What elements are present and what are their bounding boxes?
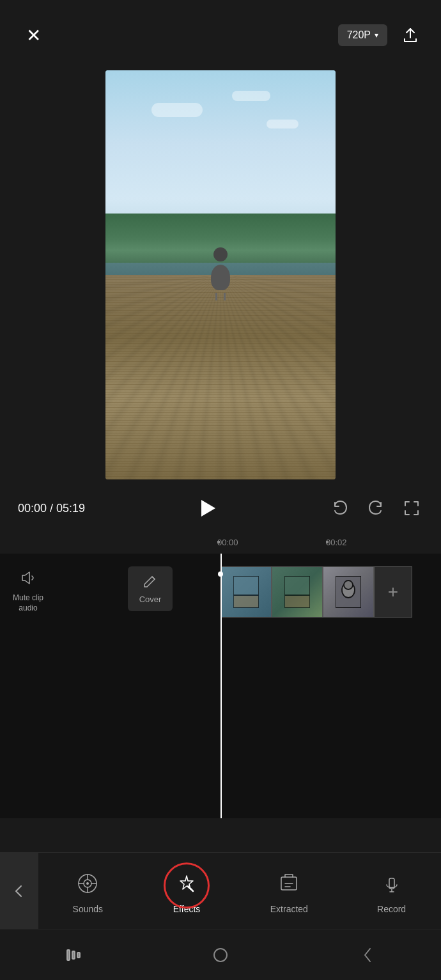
track-left-controls: Mute clipaudio [13, 566, 43, 613]
effects-svg [175, 872, 198, 895]
current-time: 00:00 [18, 502, 47, 515]
nav-back-icon [361, 946, 374, 964]
sand-lines [105, 275, 336, 479]
playback-controls: 00:00 / 05:19 [0, 486, 441, 531]
speaker-icon [19, 568, 38, 587]
quality-arrow: ▾ [375, 31, 378, 40]
playhead-line [220, 554, 222, 818]
cover-area: Cover [128, 566, 173, 611]
video-preview [105, 70, 336, 479]
close-icon: ✕ [26, 25, 41, 46]
timeline-ruler: 00:00 00:02 [0, 531, 441, 554]
nav-home-button[interactable] [201, 939, 240, 971]
bird-leg-right [224, 293, 226, 300]
play-icon [201, 500, 215, 517]
play-button[interactable] [193, 494, 221, 522]
redo-button[interactable] [364, 497, 387, 520]
time-display: 00:00 / 05:19 [18, 502, 85, 515]
extracted-label: Extracted [270, 904, 308, 914]
bird-body [211, 265, 230, 290]
nav-back-button[interactable] [348, 939, 387, 971]
toolbar-item-extracted[interactable]: Extracted [260, 863, 318, 919]
svg-rect-15 [77, 953, 80, 958]
nav-menu-button[interactable] [54, 939, 93, 971]
clip-1-scene [233, 576, 259, 608]
undo-button[interactable] [329, 497, 352, 520]
bird-scene [105, 70, 336, 479]
extracted-icon [274, 868, 304, 899]
tick-dot-2 [326, 541, 329, 543]
quality-selector[interactable]: 720P ▾ [338, 24, 387, 46]
cloud-3 [267, 120, 298, 128]
svg-rect-14 [72, 951, 75, 959]
record-icon [376, 868, 407, 899]
export-button[interactable] [398, 22, 423, 48]
cover-label: Cover [139, 595, 162, 604]
sand-layer [105, 275, 336, 479]
pencil-icon [143, 573, 158, 589]
add-icon: + [388, 582, 398, 602]
close-button[interactable]: ✕ [18, 20, 49, 51]
timeline-track: Mute clipaudio Cover [0, 554, 441, 818]
svg-rect-3 [284, 595, 310, 608]
clip-3-preview [323, 567, 373, 617]
export-icon [401, 26, 419, 44]
header: ✕ 720P ▾ [0, 0, 441, 70]
clip-1-preview [221, 567, 271, 617]
toolbar-item-record[interactable]: Record [366, 863, 417, 919]
nav-menu-icon [65, 949, 82, 961]
svg-rect-16 [214, 949, 227, 961]
mute-button[interactable]: Mute clipaudio [13, 566, 43, 613]
bird-head [213, 247, 228, 261]
svg-point-9 [86, 882, 89, 885]
clip-2[interactable] [272, 566, 323, 618]
extracted-svg [277, 872, 300, 895]
fullscreen-icon [403, 499, 421, 517]
back-arrow-icon [12, 883, 27, 899]
tick-dot-1 [217, 541, 220, 543]
playback-center [193, 494, 221, 522]
bottom-toolbar: Sounds Effects [0, 852, 441, 929]
toolbar-back-button[interactable] [0, 853, 38, 929]
toolbar-item-effects[interactable]: Effects [161, 863, 212, 919]
sounds-svg [76, 872, 99, 895]
clip-2-preview [272, 567, 322, 617]
add-clip-button[interactable]: + [374, 566, 412, 618]
toolbar-item-sounds[interactable]: Sounds [62, 863, 113, 919]
time-separator: / [50, 502, 56, 515]
cover-button[interactable]: Cover [128, 566, 173, 611]
total-time: 05:19 [56, 502, 85, 515]
record-svg [380, 872, 403, 895]
fullscreen-button[interactable] [400, 497, 423, 520]
timeline-area: 00:00 00:02 Mute clipaudio [0, 531, 441, 818]
nav-home-icon [212, 946, 229, 964]
cloud-2 [232, 91, 270, 101]
toolbar-items: Sounds Effects [0, 863, 441, 919]
system-nav [0, 929, 441, 980]
quality-label: 720P [347, 29, 371, 41]
clip-3[interactable] [323, 566, 374, 618]
effects-icon [171, 868, 202, 899]
clip-2-scene [284, 576, 310, 608]
record-label: Record [377, 904, 406, 914]
svg-rect-1 [233, 595, 259, 608]
svg-point-6 [344, 580, 353, 589]
sounds-label: Sounds [73, 904, 103, 914]
clip-1[interactable] [220, 566, 272, 618]
svg-rect-13 [67, 950, 70, 960]
undo-icon [331, 499, 349, 517]
playhead-dot [218, 572, 223, 577]
clip-3-scene [336, 576, 361, 608]
bird [201, 251, 240, 302]
redo-icon [367, 499, 385, 517]
ruler-tick-1: 00:02 [326, 538, 347, 547]
cover-icon [143, 573, 158, 592]
bird-leg-left [215, 293, 217, 300]
header-right: 720P ▾ [338, 22, 423, 48]
clips-row: + [220, 566, 412, 618]
sounds-icon [72, 868, 103, 899]
playback-right [329, 497, 423, 520]
cloud-1 [151, 103, 203, 117]
ruler-tick-0: 00:00 [217, 538, 238, 547]
svg-line-11 [190, 889, 193, 891]
